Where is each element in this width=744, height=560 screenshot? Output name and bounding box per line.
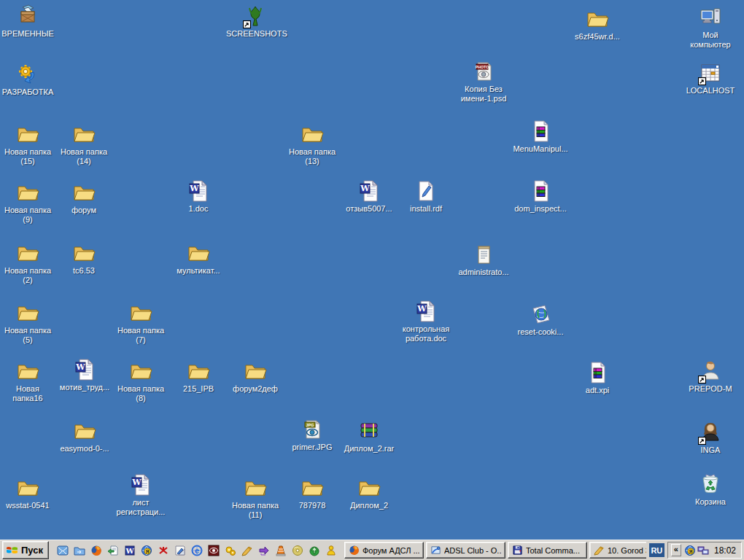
- desktop-icon[interactable]: administrato...: [454, 243, 513, 277]
- outlook-express-icon[interactable]: [55, 543, 70, 558]
- desktop-icon[interactable]: Мой компьютер: [681, 6, 740, 50]
- desktop-icon[interactable]: Новая папка (15): [0, 122, 57, 166]
- shortcut-arrow-icon: [243, 20, 251, 28]
- folder-icon: [357, 476, 381, 499]
- globe-up-icon[interactable]: [306, 543, 322, 558]
- desktop-icon[interactable]: Wлист регистраци...: [112, 473, 170, 517]
- notepad-icon: [472, 243, 495, 266]
- desktop-icon[interactable]: Wотзыв5007...: [340, 179, 398, 214]
- gold-brush-icon[interactable]: [239, 543, 255, 558]
- desktop-icon[interactable]: форум: [55, 181, 113, 215]
- desktop-icon[interactable]: INGA: [681, 421, 740, 455]
- desktop-icon[interactable]: Новая папка16: [0, 359, 57, 403]
- desktop-icon[interactable]: Корзина: [681, 472, 740, 507]
- desktop-icon[interactable]: форум2деф: [226, 359, 284, 394]
- purple-arrows-icon[interactable]: [256, 543, 271, 558]
- windows-logo-icon: [6, 544, 18, 556]
- desktop-icon[interactable]: PHOTOКопия Без имени-1.psd: [454, 60, 513, 104]
- desktop-icon[interactable]: РАЗРАБОТКА: [0, 63, 57, 97]
- desktop-icon[interactable]: dom_inspect...: [511, 179, 570, 214]
- desktop-icon[interactable]: Новая папка (7): [112, 301, 170, 345]
- desktop-icon[interactable]: Wмотив_труд...: [55, 358, 114, 392]
- folder-icon: [72, 122, 96, 146]
- desktop-icon[interactable]: Новая папка (11): [226, 476, 284, 520]
- folder-icon: [586, 7, 609, 31]
- desktop-icon[interactable]: W1.doc: [169, 179, 228, 214]
- desktop-icon[interactable]: Новая папка (8): [112, 359, 170, 403]
- folder-icon: [187, 359, 210, 383]
- desktop-icon[interactable]: s6zf45wr.d...: [568, 7, 627, 42]
- red-x-icon[interactable]: [155, 543, 171, 558]
- desktop-icon-label: Новая папка (11): [226, 501, 284, 520]
- firefox-icon[interactable]: [88, 543, 104, 558]
- word-icon[interactable]: W: [122, 543, 137, 558]
- desktop-icon[interactable]: SCREENSHOTS: [226, 4, 284, 39]
- desktop-icon[interactable]: Новая папка (14): [55, 122, 113, 166]
- globe-ya-icon[interactable]: Я: [139, 543, 154, 558]
- shortcut-arrow-icon: [698, 77, 706, 85]
- task-button-label: Total Comma...: [526, 546, 580, 555]
- desktop-icon-label: 215_IPB: [169, 384, 228, 394]
- desktop-icon[interactable]: Новая папка (9): [0, 181, 57, 225]
- network-tray-icon[interactable]: [697, 545, 709, 556]
- desktop-icon[interactable]: tc6.53: [55, 241, 113, 276]
- desktop-icon[interactable]: Wконтрольная работа.doc: [397, 300, 455, 343]
- desktop-icon[interactable]: MenuManipul...: [511, 120, 570, 154]
- cd-disc-icon[interactable]: [290, 543, 305, 558]
- task-button-label: ADSL Club - O...: [444, 546, 501, 555]
- svg-text:W: W: [189, 184, 199, 193]
- task-button[interactable]: 10. Gorod 31...: [589, 542, 646, 559]
- desktop-icon[interactable]: 787978: [283, 476, 341, 510]
- desktop-icon[interactable]: Новая папка (2): [0, 241, 57, 285]
- desktop-icon[interactable]: LOCALHOST: [681, 61, 740, 96]
- desktop-icon-label: лист регистраци...: [112, 498, 170, 517]
- desktop-icon-label: форум2деф: [226, 384, 284, 394]
- tray-clock[interactable]: 18:02: [714, 545, 736, 556]
- acdsee-icon[interactable]: [206, 543, 221, 558]
- desktop-icon-label: primer.JPG: [283, 443, 341, 452]
- desktop-icon-label: Копия Без имени-1.psd: [454, 85, 513, 104]
- gears-yellow-icon[interactable]: [222, 543, 238, 558]
- desktop-icon[interactable]: Новая папка (13): [283, 122, 341, 166]
- show-desktop-icon[interactable]: [172, 543, 187, 558]
- quick-launch-bar: WЯe: [55, 543, 338, 558]
- desktop-icon[interactable]: 215_IPB: [169, 359, 228, 394]
- desktop-icon[interactable]: Диплом_2.rar: [340, 419, 398, 454]
- task-button[interactable]: Форум АДСЛ ...: [344, 542, 424, 559]
- desktop-icon[interactable]: Новая папка (5): [0, 301, 57, 345]
- vlc-cone-icon[interactable]: [273, 543, 288, 558]
- language-indicator[interactable]: RU: [649, 543, 664, 557]
- task-button[interactable]: ADSL Club - O...: [426, 542, 505, 559]
- folder-icon: [187, 241, 210, 265]
- desktop-icon[interactable]: easymod-0-...: [55, 419, 114, 454]
- yellow-person-icon[interactable]: [323, 543, 338, 558]
- quake-icon: [244, 4, 267, 28]
- folder-icon: [72, 241, 96, 265]
- desktop-icon[interactable]: мультикат...: [169, 241, 228, 276]
- desktop-icon-label: SCREENSHOTS: [226, 29, 284, 39]
- archive-icon: [586, 361, 609, 384]
- desktop-icon[interactable]: adt.xpi: [568, 361, 627, 395]
- start-button[interactable]: Пуск: [2, 541, 49, 559]
- desktop-icon[interactable]: ВРЕМЕННЫЕ: [0, 4, 57, 39]
- firefox-icon: [349, 545, 360, 556]
- send-doc-icon[interactable]: [105, 543, 120, 558]
- task-button-label: 10. Gorod 31...: [608, 546, 646, 555]
- desktop-icon[interactable]: JPGprimer.JPG: [283, 418, 341, 452]
- folder-icon: [73, 419, 96, 443]
- desktop-icon[interactable]: install.rdf: [397, 179, 455, 214]
- sync-folder-icon[interactable]: [71, 543, 87, 558]
- desktop-icon[interactable]: wsstat-0541: [0, 476, 57, 510]
- svg-text:Я: Я: [689, 549, 693, 554]
- desktop-icon-label: tc6.53: [55, 266, 113, 276]
- shortcut-arrow-icon: [698, 376, 706, 384]
- word-icon: W: [129, 473, 152, 497]
- tray-expand-chevron[interactable]: «: [671, 544, 681, 556]
- internet-explorer-icon[interactable]: e: [189, 543, 204, 558]
- word-icon: W: [73, 358, 96, 381]
- globe-ya-tray-icon[interactable]: Я: [684, 545, 696, 556]
- desktop-icon[interactable]: PREPOD-M: [681, 359, 740, 394]
- task-button[interactable]: Total Comma...: [508, 542, 587, 559]
- desktop-icon[interactable]: reset-cooki...: [511, 303, 570, 337]
- desktop-icon[interactable]: Диплом_2: [340, 476, 398, 510]
